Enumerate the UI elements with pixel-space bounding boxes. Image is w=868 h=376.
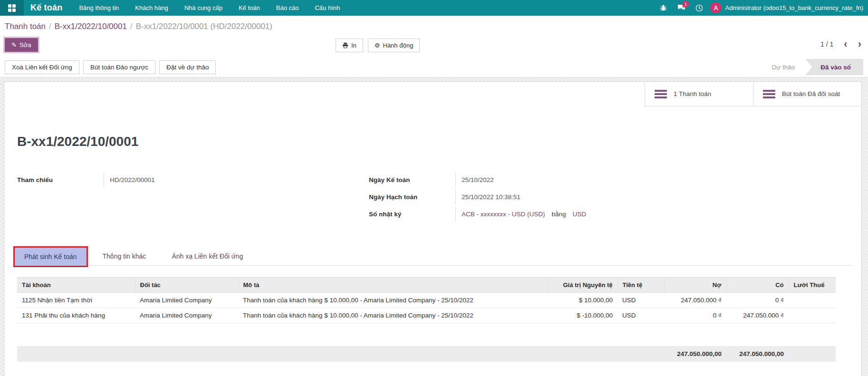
payments-stat-button[interactable]: 1 Thanh toán	[645, 82, 753, 106]
header-partner[interactable]: Đối tác	[135, 278, 238, 293]
cell-partner[interactable]: Amaria Limited Company	[135, 308, 238, 323]
form-sheet: 1 Thanh toán Bút toán Đã đối soát B-xx1/…	[4, 81, 862, 376]
gear-icon: ⚙	[375, 42, 380, 49]
reconciled-entries-stat-button[interactable]: Bút toán Đã đối soát	[753, 82, 861, 106]
nav-menu: Bảng thông tin Khách hàng Nhà cung cấp K…	[71, 0, 348, 16]
header-currency[interactable]: Tiền tệ	[617, 278, 664, 293]
journal-in-currency-text: bằng	[545, 211, 573, 218]
printer-icon	[342, 42, 348, 48]
pager: 1 / 1 ‹ ›	[820, 40, 861, 48]
statusbar: Dự thảo Đã vào sổ	[761, 59, 863, 75]
table-row[interactable]: 131 Phải thu của khách hàng Amaria Limit…	[17, 308, 836, 323]
user-avatar[interactable]: A	[710, 2, 721, 13]
cell-currency[interactable]: USD	[617, 293, 664, 308]
nav-item-configuration[interactable]: Cấu hình	[307, 0, 348, 16]
header-tax-grid[interactable]: Lưới Thuế	[789, 278, 836, 293]
total-debit: 247.050.000,00	[664, 346, 726, 362]
debug-bug-icon[interactable]	[656, 0, 670, 16]
header-description[interactable]: Mô tả	[238, 278, 547, 293]
cell-currency[interactable]: USD	[617, 308, 664, 323]
cell-amount-currency[interactable]: $ 10.000,00	[547, 293, 617, 308]
tab-other-info[interactable]: Thông tin khác	[93, 247, 156, 265]
cell-amount-currency[interactable]: $ -10.000,00	[547, 308, 617, 323]
cell-tax-grid[interactable]	[789, 308, 836, 323]
nav-item-vendors[interactable]: Nhà cung cấp	[176, 0, 231, 16]
journal-items-table: Tài khoản Đối tác Mô tả Giá trị Nguyên t…	[17, 277, 836, 323]
remove-reconciliation-button[interactable]: Xoá Liên kết Đối ứng	[5, 60, 79, 74]
apps-menu-button[interactable]	[0, 0, 24, 16]
total-credit: 247.050.000,00	[726, 346, 789, 362]
action-button[interactable]: ⚙ Hành động	[368, 39, 420, 52]
journal-label: Sổ nhật ký	[369, 211, 455, 218]
cell-description[interactable]: Thanh toán của khách hàng $ 10.000,00 - …	[238, 308, 547, 323]
nav-item-customers[interactable]: Khách hàng	[127, 0, 176, 16]
table-header-row: Tài khoản Đối tác Mô tả Giá trị Nguyên t…	[17, 278, 836, 293]
header-credit[interactable]: Có	[726, 278, 789, 293]
app-name[interactable]: Kế toán	[24, 3, 71, 13]
header-account[interactable]: Tài khoản	[17, 278, 135, 293]
apps-grid-icon	[8, 4, 16, 12]
print-button[interactable]: In	[336, 39, 363, 52]
message-count-badge: 1	[682, 1, 689, 8]
reference-label: Tham chiếu	[17, 176, 104, 183]
nav-item-dashboard[interactable]: Bảng thông tin	[71, 0, 127, 16]
cell-credit[interactable]: 247.050.000 ₫	[726, 308, 789, 323]
top-navbar: Kế toán Bảng thông tin Khách hàng Nhà cu…	[0, 0, 868, 16]
cell-partner[interactable]: Amaria Limited Company	[135, 293, 238, 308]
cell-account[interactable]: 1125 Nhận tiền Tạm thời	[17, 293, 135, 308]
navbar-right: 1 A Administrator (odoo15_to_bank_curren…	[656, 0, 868, 16]
header-amount-currency[interactable]: Giá trị Nguyên tệ	[547, 278, 617, 293]
breadcrumb: Thanh toán/B-xx1/2022/10/0001/B-xx1/2022…	[0, 16, 868, 35]
accounting-date-value[interactable]: 25/10/2022	[455, 173, 730, 187]
cell-account[interactable]: 131 Phải thu của khách hàng	[17, 308, 135, 323]
breadcrumb-separator: /	[46, 22, 55, 31]
pager-previous-icon[interactable]: ‹	[844, 40, 847, 48]
accounting-date-label: Ngày Kế toán	[369, 176, 455, 183]
activities-clock-icon[interactable]	[692, 0, 706, 16]
record-title: B-xx1/2022/10/0001	[17, 134, 861, 149]
posting-date-label: Ngày Hạch toán	[369, 193, 455, 201]
bars-icon	[655, 90, 667, 98]
control-panel: ✎ Sửa In ⚙ Hành động 1 / 1 ‹ ›	[0, 35, 868, 57]
reset-to-draft-button[interactable]: Đặt về dự thảo	[159, 60, 216, 74]
cell-debit[interactable]: 0 ₫	[664, 308, 726, 323]
breadcrumb-parent[interactable]: B-xx1/2022/10/0001	[55, 22, 127, 31]
totals-row: 247.050.000,00 247.050.000,00	[17, 346, 836, 362]
tab-reconciliation-mapping[interactable]: Ánh xạ Liên kết Đối ứng	[162, 247, 252, 265]
reverse-entry-button[interactable]: Bút toán Đảo ngược	[83, 60, 155, 74]
reference-value[interactable]: HD/2022/00001	[104, 173, 369, 187]
tab-journal-items[interactable]: Phát sinh Kế toán	[15, 248, 87, 266]
cell-description[interactable]: Thanh toán của khách hàng $ 10.000,00 - …	[238, 293, 547, 308]
cell-credit[interactable]: 0 ₫	[726, 293, 789, 308]
cell-tax-grid[interactable]	[789, 293, 836, 308]
status-posted[interactable]: Đã vào sổ	[805, 59, 863, 75]
breadcrumb-separator: /	[127, 22, 136, 31]
breadcrumb-root[interactable]: Thanh toán	[5, 22, 46, 31]
pager-next-icon[interactable]: ›	[858, 40, 861, 48]
stat-button-box: 1 Thanh toán Bút toán Đã đối soát	[4, 82, 861, 106]
messages-icon[interactable]: 1	[674, 0, 688, 16]
edit-button[interactable]: ✎ Sửa	[5, 38, 38, 52]
journal-currency-link[interactable]: USD	[573, 211, 587, 218]
pager-value: 1 / 1	[820, 40, 833, 48]
field-groups: Tham chiếu HD/2022/00001 Ngày Kế toán 25…	[4, 171, 861, 222]
journal-value: ACB - xxxxxxxx - USD (USD)bằngUSD	[455, 207, 730, 222]
form-background: 1 Thanh toán Bút toán Đã đối soát B-xx1/…	[0, 77, 868, 376]
user-menu[interactable]: Administrator (odoo15_to_bank_currency_r…	[725, 4, 863, 11]
pencil-icon: ✎	[11, 41, 17, 48]
nav-item-accounting[interactable]: Kế toán	[231, 0, 268, 16]
journal-link[interactable]: ACB - xxxxxxxx - USD (USD)	[462, 211, 545, 218]
table-row[interactable]: 1125 Nhận tiền Tạm thời Amaria Limited C…	[17, 293, 836, 308]
cell-debit[interactable]: 247.050.000 ₫	[664, 293, 726, 308]
status-draft[interactable]: Dự thảo	[761, 59, 805, 75]
statusbar-row: Xoá Liên kết Đối ứng Bút toán Đảo ngược …	[0, 57, 868, 77]
breadcrumb-current: B-xx1/2022/10/0001 (HD/2022/00001)	[136, 22, 272, 31]
nav-item-reports[interactable]: Báo cáo	[268, 0, 307, 16]
posting-date-value[interactable]: 25/10/2022 10:38:51	[455, 190, 730, 204]
notebook-tabs: Phát sinh Kế toán Thông tin khác Ánh xạ …	[15, 247, 851, 266]
header-debit[interactable]: Nợ	[664, 278, 726, 293]
bars-icon	[763, 90, 775, 98]
